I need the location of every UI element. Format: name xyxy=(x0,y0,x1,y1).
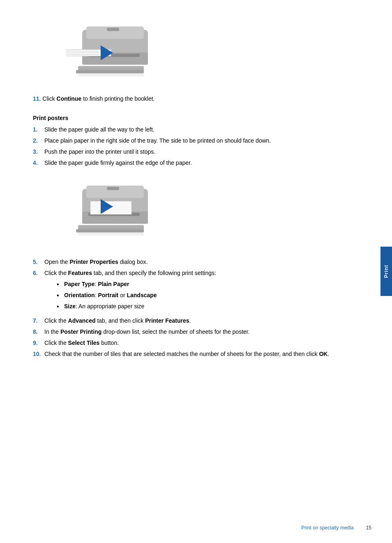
step-5-num: 5. xyxy=(33,258,44,266)
step-11-number: 11. xyxy=(33,95,41,102)
step-10-num: 10. xyxy=(33,350,44,358)
step-5-text: Open the Printer Properties dialog box. xyxy=(44,258,337,266)
step-2-text: Place plain paper in the right side of t… xyxy=(44,136,337,145)
step-7-text: Click the Advanced tab, and then click P… xyxy=(44,317,337,325)
step-11-continue: Continue xyxy=(57,95,82,102)
step-5: 5. Open the Printer Properties dialog bo… xyxy=(33,258,337,266)
footer-link[interactable]: Print on specialty media xyxy=(301,525,353,531)
step-6: 6. Click the Features tab, and then spec… xyxy=(33,269,337,314)
bullet-list: • Paper Type: Plain Paper • Orientation:… xyxy=(57,280,337,312)
step-9-text: Click the Select Tiles button. xyxy=(44,339,337,347)
step-1-num: 1. xyxy=(33,125,44,134)
print-posters-section: Print posters 1. Slide the paper guide a… xyxy=(33,115,337,167)
bullet-dot-2: • xyxy=(57,291,64,300)
step-3-text: Push the paper into the printer until it… xyxy=(44,148,337,156)
steps-5-10: 5. Open the Printer Properties dialog bo… xyxy=(33,258,337,358)
step-3: 3. Push the paper into the printer until… xyxy=(33,148,337,156)
bullet-dot-1: • xyxy=(57,280,64,289)
footer-page-number: 15 xyxy=(366,525,371,531)
step-10-text: Check that the number of tiles that are … xyxy=(44,350,337,358)
page-footer: Print on specialty media 15 xyxy=(0,525,392,531)
svg-rect-26 xyxy=(107,187,119,190)
printer-image-top xyxy=(66,16,337,82)
step-6-num: 6. xyxy=(33,269,44,277)
step-8-num: 8. xyxy=(33,328,44,336)
step-4-num: 4. xyxy=(33,159,44,167)
steps-1-4: 1. Slide the paper guide all the way to … xyxy=(33,125,337,167)
step-11: 11. Click Continue to finish printing th… xyxy=(33,95,337,103)
step-2: 2. Place plain paper in the right side o… xyxy=(33,136,337,145)
bullet-orientation-text: Orientation: Portrait or Landscape xyxy=(64,291,157,300)
step-2-num: 2. xyxy=(33,136,44,145)
step-6-text: Click the Features tab, and then specify… xyxy=(44,269,337,314)
step-4-text: Slide the paper guide firmly against the… xyxy=(44,159,337,167)
step-8: 8. In the Poster Printing drop-down list… xyxy=(33,328,337,336)
svg-rect-5 xyxy=(76,70,144,74)
printer-image-bottom xyxy=(66,176,337,241)
step-1-text: Slide the paper guide all the way to the… xyxy=(44,125,337,134)
step-1: 1. Slide the paper guide all the way to … xyxy=(33,125,337,134)
sidebar-print-tab: Print xyxy=(380,247,392,296)
step-4: 4. Slide the paper guide firmly against … xyxy=(33,159,337,167)
step-9: 9. Click the Select Tiles button. xyxy=(33,339,337,347)
step-7-num: 7. xyxy=(33,317,44,325)
sidebar-tab-label: Print xyxy=(383,265,389,278)
bullet-paper-type: • Paper Type: Plain Paper xyxy=(57,280,337,289)
bullet-size: • Size: An appropriate paper size xyxy=(57,302,337,312)
print-posters-heading: Print posters xyxy=(33,115,337,121)
bullet-size-text: Size: An appropriate paper size xyxy=(64,302,144,311)
bullet-paper-type-text: Paper Type: Plain Paper xyxy=(64,280,129,289)
step-7: 7. Click the Advanced tab, and then clic… xyxy=(33,317,337,325)
bullet-orientation: • Orientation: Portrait or Landscape xyxy=(57,291,337,300)
svg-rect-23 xyxy=(76,229,144,233)
step-9-num: 9. xyxy=(33,339,44,347)
svg-rect-8 xyxy=(107,28,119,31)
step-11-text1: Click xyxy=(42,95,56,102)
step-8-text: In the Poster Printing drop-down list, s… xyxy=(44,328,337,336)
bullet-dot-3: • xyxy=(57,302,64,312)
step-3-num: 3. xyxy=(33,148,44,156)
step-11-text2: to finish printing the booklet. xyxy=(83,95,154,102)
step-10: 10. Check that the number of tiles that … xyxy=(33,350,337,358)
